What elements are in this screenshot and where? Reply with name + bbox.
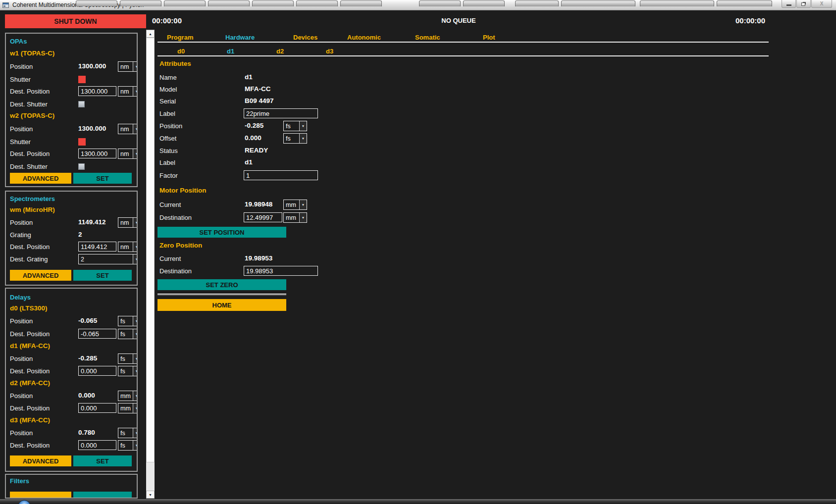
scroll-up-button[interactable]: ▲ [146,30,155,38]
chevron-down-icon[interactable]: ▼ [133,441,138,450]
dest-unit-select[interactable]: fs ▼ [118,366,138,376]
dest-shutter-checkbox[interactable] [78,101,85,107]
chevron-down-icon[interactable]: ▼ [299,121,307,131]
set-button[interactable]: SET [73,173,132,184]
advanced-button[interactable]: ADVANCED [10,173,71,184]
tab-somatic[interactable]: Somatic [415,34,440,41]
start-button[interactable] [18,500,31,504]
taskbar-button[interactable] [515,0,559,6]
device-header-w1: w1 (TOPAS-C) [10,50,54,57]
dest-position-input[interactable] [78,86,116,96]
position-unit-select[interactable]: mm ▼ [118,391,138,401]
set-button[interactable] [73,492,132,498]
dest-position-input[interactable] [78,149,116,158]
advanced-button[interactable]: ADVANCED [10,270,71,281]
tab-autonomic[interactable]: Autonomic [347,34,381,41]
position-value: 0.000 [78,392,95,399]
set-position-button[interactable]: SET POSITION [157,227,286,238]
chevron-down-icon[interactable]: ▼ [299,134,307,143]
unit-value: mm [118,403,133,413]
taskbar-button[interactable] [164,0,206,6]
set-button[interactable]: SET [73,455,132,466]
taskbar-button[interactable] [252,0,294,6]
sidebar-scrollbar[interactable]: ▲ ▼ [146,30,155,499]
dest-unit-select[interactable]: mm ▼ [118,403,138,413]
position-unit-select[interactable]: fs ▼ [118,428,138,438]
close-button[interactable]: X [811,0,832,8]
set-button[interactable]: SET [73,270,132,281]
chevron-down-icon[interactable]: ▼ [299,213,307,222]
chevron-down-icon[interactable]: ▼ [133,403,138,413]
scroll-down-button[interactable]: ▼ [146,491,155,499]
advanced-button[interactable]: ADVANCED [10,455,71,466]
tab-devices[interactable]: Devices [293,34,317,41]
position-unit-select[interactable]: fs ▼ [118,353,138,364]
tab-d2[interactable]: d2 [276,48,284,55]
position-unit-select[interactable]: nm ▼ [118,61,138,72]
dest-unit-select[interactable]: fs ▼ [118,440,138,451]
tab-plot[interactable]: Plot [483,34,495,41]
chevron-down-icon[interactable]: ▼ [133,62,138,71]
dest-unit-select[interactable]: nm ▼ [118,86,138,97]
position-unit-select[interactable]: nm ▼ [118,124,138,134]
chevron-down-icon[interactable]: ▼ [133,316,138,326]
position-unit-select[interactable]: fs ▼ [118,316,138,326]
dest-unit-select[interactable]: nm ▼ [118,149,138,159]
home-button[interactable]: HOME [157,299,286,311]
taskbar-button[interactable] [561,0,635,6]
position-unit-select[interactable]: nm ▼ [118,217,138,228]
position-unit-select[interactable]: fs ▼ [283,121,307,131]
chevron-down-icon[interactable]: ▼ [133,254,138,264]
tab-hardware[interactable]: Hardware [225,34,255,41]
dest-position-input[interactable] [78,440,116,450]
tab-d1[interactable]: d1 [227,48,234,55]
shutdown-button[interactable]: SHUT DOWN [5,14,146,28]
chevron-down-icon[interactable]: ▼ [299,200,307,209]
taskbar-button[interactable] [419,0,461,6]
set-zero-button[interactable]: SET ZERO [157,279,286,290]
chevron-down-icon[interactable]: ▼ [133,366,138,376]
tab-d0[interactable]: d0 [177,48,185,55]
unit-value: fs [118,316,133,326]
scrollbar-thumb[interactable] [146,38,155,462]
taskbar-button[interactable] [76,0,117,6]
dest-position-input[interactable] [78,329,116,339]
taskbar-button[interactable] [717,0,772,6]
destination-input[interactable] [244,266,318,276]
chevron-down-icon[interactable]: ▼ [133,428,138,438]
restore-button[interactable] [796,0,811,8]
dest-unit-select[interactable]: fs ▼ [118,329,138,339]
destination-input[interactable] [244,212,282,222]
dest-position-input[interactable] [78,403,116,413]
unit-value: fs [118,366,133,376]
unit-value: nm [118,149,133,158]
chevron-down-icon[interactable]: ▼ [133,87,138,96]
tab-program[interactable]: Program [167,34,193,41]
factor-input[interactable] [244,170,318,180]
current-unit-select[interactable]: mm ▼ [283,200,307,210]
chevron-down-icon[interactable]: ▼ [133,242,138,252]
minimize-button[interactable] [782,0,796,8]
taskbar-button[interactable] [463,0,505,6]
taskbar-button[interactable] [208,0,250,6]
offset-unit-select[interactable]: fs ▼ [283,133,307,144]
taskbar-button[interactable] [640,0,714,6]
chevron-down-icon[interactable]: ▼ [133,329,138,339]
dest-position-input[interactable] [78,366,116,376]
chevron-down-icon[interactable]: ▼ [133,354,138,363]
chevron-down-icon[interactable]: ▼ [133,149,138,158]
taskbar-button[interactable] [340,0,382,6]
taskbar-button[interactable] [120,0,161,6]
tab-d3[interactable]: d3 [326,48,333,55]
chevron-down-icon[interactable]: ▼ [133,124,138,134]
dest-shutter-checkbox[interactable] [78,163,85,170]
chevron-down-icon[interactable]: ▼ [133,391,138,401]
dest-grating-select[interactable]: 2 ▼ [78,254,138,264]
dest-position-input[interactable] [78,242,116,252]
taskbar-button[interactable] [296,0,338,6]
destination-unit-select[interactable]: mm ▼ [283,212,307,223]
chevron-down-icon[interactable]: ▼ [133,218,138,227]
advanced-button[interactable] [10,492,71,498]
label-input[interactable] [244,108,318,118]
dest-unit-select[interactable]: nm ▼ [118,242,138,252]
